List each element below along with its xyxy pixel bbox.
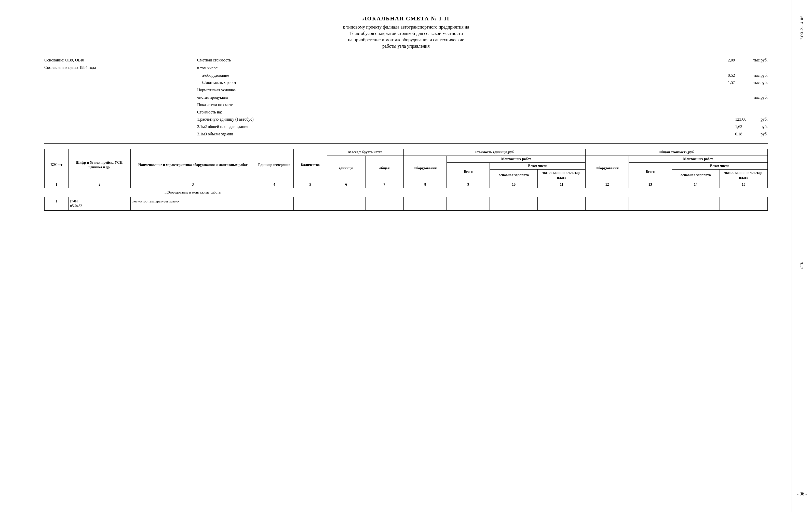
- cost2-label: 2.1м2 общей площади здания: [197, 123, 248, 131]
- table-header-row-1: КЖ шт Шифр и № поз. прейск. УСН. ценника…: [45, 149, 768, 156]
- column-numbers-row: 1 2 3 4 5 6 7 8 9 10 11 12 13 14 15: [45, 181, 768, 188]
- col-qty-header: Коли­чест­во: [293, 149, 327, 181]
- basis-label: Основание: ОВ9, ОВI0: [44, 57, 146, 64]
- cost-mont-value: 1,57: [728, 79, 748, 86]
- col-cost-expl-header: экспл. машин в т.ч. зар­плата: [538, 169, 586, 181]
- subtitle-line-3: на приобретение и монтаж оборудования и …: [44, 37, 768, 43]
- section-header-row: I.Оборудование и монтажные работы: [45, 188, 768, 197]
- col-num-header: КЖ шт: [45, 149, 68, 181]
- basis-section: Основание: ОВ9, ОВI0 Составлена в ценах …: [44, 57, 146, 138]
- row-cost-mont-expl: [538, 197, 586, 211]
- cost2-value: 1,63: [735, 123, 755, 131]
- row-code: I7-04п5-0482: [68, 197, 130, 211]
- cost-equip-label: а/оборудование: [197, 72, 229, 79]
- row-qty: [293, 197, 327, 211]
- row-num: I: [45, 197, 68, 211]
- col-total-cost-header: Общая стоимость,руб.: [586, 149, 768, 156]
- cost-equip-unit: тыс.руб.: [753, 72, 768, 79]
- col-cost-basic-header: основ­ная зар­плата: [490, 169, 538, 181]
- col-num-3: 3: [130, 181, 255, 188]
- row-cost-mont-all: [447, 197, 490, 211]
- row-total-mont-expl: [720, 197, 767, 211]
- col-unit-cost-header: Стоимость единицы,руб.: [404, 149, 586, 156]
- year-label: Составлена в ценах 1984 года: [44, 64, 146, 72]
- cost-indicators: Показатели по смете: [197, 101, 768, 109]
- section-num-empty: [45, 188, 68, 197]
- cost-norm-label: Нормативная условно-: [197, 86, 768, 94]
- row-cost-mont-basic: [490, 197, 538, 211]
- cost-total-unit: тыс.руб.: [753, 57, 768, 64]
- section-code-empty: [68, 188, 130, 197]
- row-total-equip: [586, 197, 629, 211]
- col-num-10: 10: [490, 181, 538, 188]
- header-section: ЛОКАЛЬНАЯ СМЕТА № I-II к типовому проект…: [44, 15, 768, 49]
- table-wrapper: КЖ шт Шифр и № поз. прейск. УСН. ценника…: [44, 149, 768, 211]
- row-name: Регулятор тем­пературы прямо-: [130, 197, 255, 211]
- cost1-value: 123,06: [735, 116, 755, 123]
- col-mass-total-header: об­щая: [365, 156, 403, 181]
- cost-norm-unit: тыс.руб.: [753, 94, 768, 101]
- col-num-6: 6: [327, 181, 365, 188]
- cost-on-label: Стоимость на:: [197, 109, 768, 116]
- cost2-unit: руб.: [760, 123, 768, 131]
- cost-including: в том числе:: [197, 64, 768, 72]
- table-row: I I7-04п5-0482 Регулятор тем­пературы пр…: [45, 197, 768, 211]
- col-num-8: 8: [404, 181, 447, 188]
- doc-code: БО3-2-14.86: [800, 15, 804, 39]
- col-cost-equip-header: Обо­ру­до­ва­ния: [404, 156, 447, 181]
- cost1-unit: руб.: [760, 116, 768, 123]
- page-container: ЛОКАЛЬНАЯ СМЕТА № I-II к типовому проект…: [24, 0, 788, 226]
- main-table: КЖ шт Шифр и № поз. прейск. УСН. ценника…: [44, 149, 768, 211]
- subtitle-line-1: к типовому проекту филиала автотранспорт…: [44, 25, 768, 30]
- row-mass-unit: [327, 197, 365, 211]
- row-cost-equip: [404, 197, 447, 211]
- subtitle-line-2: 17 автобусов с закрытой стоянкой для сел…: [44, 31, 768, 36]
- col-total-basic-header: основ­ная зар­плата: [672, 169, 720, 181]
- cost-total-value: 2,09: [728, 57, 748, 64]
- cost3-unit: руб.: [760, 131, 768, 138]
- cost-equip-value: 0,52: [728, 72, 748, 79]
- col-num-1: 1: [45, 181, 68, 188]
- cost-section: Сметная стоимость 2,09 тыс.руб. в том чи…: [197, 57, 768, 138]
- col-cost-mont-detail-header: В том числе: [490, 163, 586, 169]
- page-dash: - 96 -: [797, 491, 807, 497]
- info-section: Основание: ОВ9, ОВI0 Составлена в ценах …: [44, 57, 768, 138]
- col-code-header: Шифр и № поз. прейск. УСН. ценника и др.: [68, 149, 130, 181]
- col-total-mont-all-header: Всего: [629, 163, 672, 181]
- slash-label: /ЛП/: [800, 262, 804, 269]
- col-total-expl-header: экспл. машин в т.ч. зар­плата: [720, 169, 767, 181]
- col-total-mont-header: Монтажных работ: [629, 156, 767, 162]
- col-num-13: 13: [629, 181, 672, 188]
- col-num-2: 2: [68, 181, 130, 188]
- col-num-12: 12: [586, 181, 629, 188]
- col-mass-header: Масса,т брутто нетто: [327, 149, 404, 156]
- cost1-label: 1.расчетную единицу (I автобус): [197, 116, 254, 123]
- col-num-14: 14: [672, 181, 720, 188]
- cost3-value: 0,18: [735, 131, 755, 138]
- cost-mont-label: б/монтажных работ: [197, 79, 236, 86]
- col-total-equip-header: Обо­ру­до­ва­ния: [586, 156, 629, 181]
- col-num-11: 11: [538, 181, 586, 188]
- divider: [44, 143, 768, 143]
- cost3-label: 3.1м3 объема здания: [197, 131, 233, 138]
- col-mass-unit-header: еди­ни­цы: [327, 156, 365, 181]
- col-num-5: 5: [293, 181, 327, 188]
- row-mass-total: [365, 197, 403, 211]
- row-total-mont-all: [629, 197, 672, 211]
- row-total-mont-basic: [672, 197, 720, 211]
- cost-mont-unit: тыс.руб.: [753, 79, 768, 86]
- section-title: I.Оборудование и монтажные работы: [130, 188, 255, 197]
- main-title: ЛОКАЛЬНАЯ СМЕТА № I-II: [44, 15, 768, 22]
- col-total-mont-detail-header: В том числе: [672, 163, 767, 169]
- col-num-15: 15: [720, 181, 767, 188]
- col-name-header: Наименование и характеристика оборудован…: [130, 149, 255, 181]
- subtitle-line-4: работы узла управления: [44, 44, 768, 49]
- col-cost-mont-all-header: Всего: [447, 163, 490, 181]
- row-unit: [255, 197, 293, 211]
- col-num-4: 4: [255, 181, 293, 188]
- right-margin: БО3-2-14.86 /ЛП/ - 96 -: [792, 0, 812, 512]
- col-num-7: 7: [365, 181, 403, 188]
- col-unit-header: Еди­ница изме­ре­ния: [255, 149, 293, 181]
- cost-title: Сметная стоимость: [197, 57, 231, 64]
- col-num-9: 9: [447, 181, 490, 188]
